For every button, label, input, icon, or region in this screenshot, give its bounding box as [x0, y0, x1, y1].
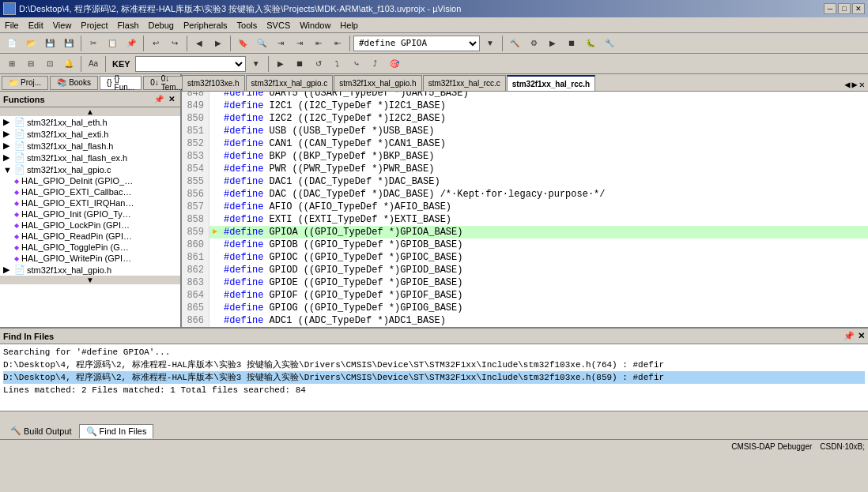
- tab-ctrl-right[interactable]: ▶: [852, 79, 858, 91]
- maximize-button[interactable]: □: [838, 3, 851, 14]
- func-item-11[interactable]: ◆HAL_GPIO_TogglePin (G…: [0, 242, 180, 253]
- menu-item-svcs[interactable]: SVCS: [262, 19, 295, 32]
- tab-0[interactable]: stm32f103xe.h: [182, 75, 245, 91]
- tb2-out-btn[interactable]: ⤴: [367, 55, 384, 73]
- find-btn[interactable]: 🔍: [253, 35, 270, 52]
- menu-item-view[interactable]: View: [48, 19, 77, 32]
- proj-tab[interactable]: 📁 Proj...: [2, 76, 48, 90]
- save-all-btn[interactable]: 💾: [60, 35, 77, 52]
- close-find-icon[interactable]: ✕: [858, 331, 865, 341]
- func-item-13[interactable]: ▶📄stm32f1xx_hal_gpio.h: [0, 264, 180, 276]
- line-code-10: #define DAC1 ((DAC_TypeDef *)DAC_BASE): [221, 175, 868, 188]
- tab-3[interactable]: stm32f1xx_hal_rcc.c: [423, 75, 506, 91]
- key-combo[interactable]: [135, 56, 246, 72]
- tb2-over-btn[interactable]: ⤷: [348, 55, 365, 73]
- key-go-btn[interactable]: ▼: [247, 55, 265, 73]
- debug-btn[interactable]: 🐛: [582, 35, 599, 52]
- func-item-5[interactable]: ◆HAL_GPIO_DeInit (GPIO_…: [0, 175, 180, 186]
- menu-item-help[interactable]: Help: [335, 19, 363, 32]
- cut-btn[interactable]: ✂: [85, 35, 102, 52]
- build-btn[interactable]: 🔨: [506, 35, 523, 52]
- define-combo[interactable]: #define GPIOA: [353, 36, 480, 51]
- tree-toggle-3[interactable]: ▶: [3, 152, 13, 163]
- tb2-btn1[interactable]: ⊞: [3, 55, 21, 73]
- kw-define-10: #define: [224, 176, 263, 187]
- find-scroll-h[interactable]: [0, 411, 868, 423]
- func-item-9[interactable]: ◆HAL_GPIO_LockPin (GPI…: [0, 220, 180, 231]
- tools-btn[interactable]: 🔧: [601, 35, 618, 52]
- func-item-8[interactable]: ◆HAL_GPIO_Init (GPIO_Ty…: [0, 208, 180, 220]
- indent-btn[interactable]: ⇥: [272, 35, 289, 52]
- tree-toggle-2[interactable]: ▶: [3, 141, 13, 151]
- pin-find-icon[interactable]: 📌: [843, 331, 855, 341]
- code-editor[interactable]: 845#define USART2 ((USART_TypeDef *)USAR…: [182, 92, 868, 327]
- func-item-3[interactable]: ▶📄stm32f1xx_hal_flash_ex.h: [0, 152, 180, 163]
- new-btn[interactable]: 📄: [3, 35, 21, 52]
- scroll-down-btn[interactable]: ▼: [0, 276, 180, 284]
- tb2-btn3[interactable]: ⊡: [41, 55, 58, 73]
- func-item-2[interactable]: ▶📄stm32f1xx_hal_flash.h: [0, 140, 180, 152]
- combo-go-btn[interactable]: ▼: [481, 35, 499, 52]
- menu-item-project[interactable]: Project: [76, 19, 112, 32]
- tb2-btn5[interactable]: Aa: [85, 55, 102, 73]
- tree-toggle-13[interactable]: ▶: [3, 265, 13, 275]
- minimize-button[interactable]: ─: [824, 3, 836, 14]
- copy-btn[interactable]: 📋: [104, 35, 121, 52]
- menu-item-tools[interactable]: Tools: [232, 19, 262, 32]
- build-output-tab[interactable]: 🔨 Build Output: [3, 423, 79, 438]
- run-btn[interactable]: ▶: [544, 35, 561, 52]
- indent3-btn[interactable]: ⇤: [310, 35, 327, 52]
- books-tab[interactable]: 📚 Books: [50, 76, 98, 90]
- stop-btn[interactable]: ⏹: [563, 35, 580, 52]
- find-in-files-tab[interactable]: 🔍 Find In Files: [79, 424, 154, 438]
- undo-btn[interactable]: ↩: [147, 35, 164, 52]
- tb2-step-btn[interactable]: ⤵: [329, 55, 346, 73]
- func-item-10[interactable]: ◆HAL_GPIO_ReadPin (GPI…: [0, 231, 180, 242]
- menu-item-file[interactable]: File: [0, 19, 24, 32]
- menu-item-debug[interactable]: Debug: [144, 19, 179, 32]
- open-btn[interactable]: 📂: [22, 35, 40, 52]
- tab-ctrl-close[interactable]: ✕: [859, 79, 865, 91]
- config-btn[interactable]: ⚙: [525, 35, 542, 52]
- func-item-0[interactable]: ▶📄stm32f1xx_hal_eth.h: [0, 116, 180, 128]
- back-btn[interactable]: ◀: [191, 35, 208, 52]
- func-item-7[interactable]: ◆HAL_GPIO_EXTI_IRQHan…: [0, 197, 180, 208]
- func-item-4[interactable]: ▼📄stm32f1xx_hal_gpio.c: [0, 163, 180, 175]
- tab-bar: stm32f103xe.hstm32f1xx_hal_gpio.cstm32f1…: [182, 74, 868, 92]
- func-item-1[interactable]: ▶📄stm32f1xx_hal_exti.h: [0, 128, 180, 140]
- tab-2[interactable]: stm32f1xx_hal_gpio.h: [334, 75, 421, 91]
- indent2-btn[interactable]: ⇥: [291, 35, 308, 52]
- tree-toggle-1[interactable]: ▶: [3, 129, 13, 139]
- tb2-run-btn[interactable]: ▶: [272, 55, 289, 73]
- code-line-18: 863#define GPIOE ((GPIO_TypeDef *)GPIOE_…: [182, 276, 868, 289]
- tree-toggle-0[interactable]: ▶: [3, 117, 13, 127]
- pin-icon[interactable]: 📌: [153, 94, 164, 105]
- indent4-btn[interactable]: ⇤: [329, 35, 346, 52]
- menu-item-peripherals[interactable]: Peripherals: [179, 19, 232, 32]
- line-num-7: 852: [182, 137, 209, 150]
- tb2-stop-btn[interactable]: ⏹: [291, 55, 308, 73]
- bookmark-btn[interactable]: 🔖: [234, 35, 251, 52]
- tree-toggle-4[interactable]: ▼: [3, 165, 13, 175]
- fwd-btn[interactable]: ▶: [209, 35, 227, 52]
- tb2-btn2[interactable]: ⊟: [22, 55, 40, 73]
- func-item-6[interactable]: ◆HAL_GPIO_EXTI_Callbac…: [0, 186, 180, 197]
- fun-tab[interactable]: {} {} Fun...: [100, 76, 142, 90]
- redo-btn[interactable]: ↪: [166, 35, 183, 52]
- func-item-12[interactable]: ◆HAL_GPIO_WritePin (GPI…: [0, 253, 180, 264]
- close-panel-icon[interactable]: ✕: [166, 94, 177, 105]
- save-btn[interactable]: 💾: [41, 35, 58, 52]
- tb2-btn4[interactable]: 🔔: [60, 55, 77, 73]
- menu-item-flash[interactable]: Flash: [113, 19, 144, 32]
- tb2-extra-btn[interactable]: 🎯: [386, 55, 403, 73]
- tb2-reset-btn[interactable]: ↺: [310, 55, 327, 73]
- scroll-up-btn[interactable]: ▲: [0, 107, 180, 116]
- close-button[interactable]: ✕: [852, 3, 865, 14]
- paste-btn[interactable]: 📌: [123, 35, 140, 52]
- tab-4[interactable]: stm32f1xx_hal_rcc.h: [507, 75, 595, 91]
- tab-ctrl-left[interactable]: ◀: [844, 79, 850, 91]
- menu-item-window[interactable]: Window: [295, 19, 335, 32]
- tab-1[interactable]: stm32f1xx_hal_gpio.c: [246, 75, 334, 91]
- line-code-16: #define GPIOC ((GPIO_TypeDef *)GPIOC_BAS…: [221, 251, 868, 264]
- menu-item-edit[interactable]: Edit: [24, 19, 48, 32]
